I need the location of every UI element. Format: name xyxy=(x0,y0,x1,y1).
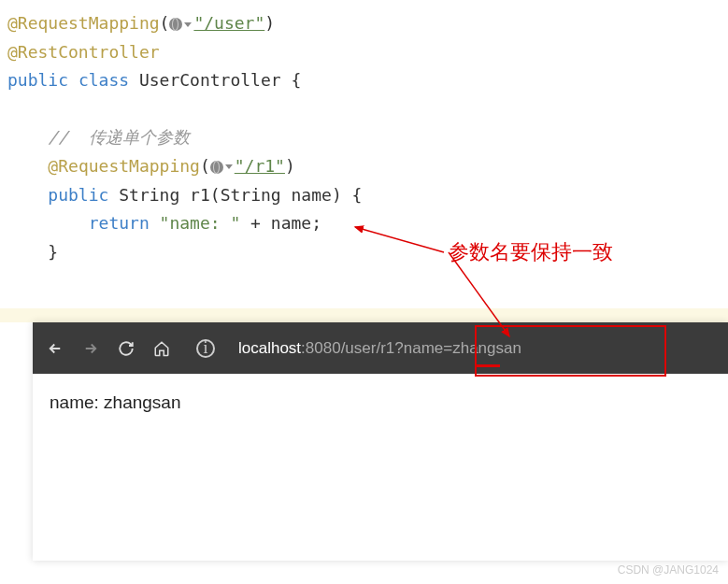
url-path: :8080/user/r1?name=zhangsan xyxy=(301,339,521,357)
code-line xyxy=(7,95,721,124)
annotation-callout: 参数名要保持一致 xyxy=(449,238,613,266)
browser-content: name: zhangsan xyxy=(33,374,728,561)
code-editor[interactable]: @RequestMapping("/user") @RestController… xyxy=(0,0,728,276)
url-host: localhost xyxy=(238,339,301,357)
watermark: CSDN @JANG1024 xyxy=(618,563,719,577)
site-info-button[interactable]: i xyxy=(196,339,215,358)
chevron-down-icon xyxy=(184,22,192,27)
response-text: name: zhangsan xyxy=(50,392,181,412)
browser-window: i localhost:8080/user/r1?name=zhangsan n… xyxy=(33,322,728,561)
browser-toolbar: i localhost:8080/user/r1?name=zhangsan xyxy=(33,322,728,374)
url-bar[interactable]: localhost:8080/user/r1?name=zhangsan xyxy=(238,339,714,358)
code-line: } xyxy=(7,238,721,267)
forward-button[interactable] xyxy=(82,340,99,357)
globe-icon xyxy=(210,161,223,174)
back-button[interactable] xyxy=(47,340,64,357)
annotation: RequestMapping xyxy=(18,13,160,33)
chevron-down-icon xyxy=(225,164,233,169)
code-line: public String r1(String name) { xyxy=(7,181,721,210)
code-line: return "name: " + name; xyxy=(7,209,721,238)
code-line: @RestController xyxy=(7,38,721,67)
reload-button[interactable] xyxy=(118,340,135,357)
annotation: RequestMapping xyxy=(58,156,200,176)
code-line: @RequestMapping("/user") xyxy=(7,9,721,38)
comment: // 传递单个参数 xyxy=(48,127,189,147)
code-line: @RequestMapping("/r1") xyxy=(7,152,721,181)
code-line: public class UserController { xyxy=(7,66,721,95)
home-button[interactable] xyxy=(153,340,170,357)
code-line: // 传递单个参数 xyxy=(7,123,721,152)
globe-icon xyxy=(169,18,182,31)
annotation: RestController xyxy=(18,42,160,62)
underline-mark xyxy=(477,364,500,367)
